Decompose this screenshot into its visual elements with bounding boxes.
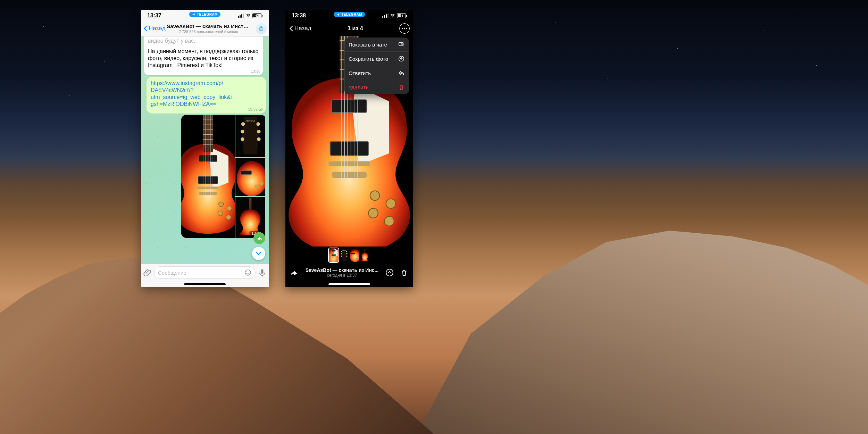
phone-screenshot-media-viewer: 13:38 TELEGRAM 44 Назад 1 из 4 xyxy=(285,10,413,287)
chat-background: видео будут у вас. На данный момент, я п… xyxy=(141,36,269,264)
svg-point-45 xyxy=(260,26,261,27)
menu-label: Удалить xyxy=(349,84,368,90)
instagram-link[interactable]: https://www.instagram.com/p/ DAEV4cWN2r7… xyxy=(151,80,232,107)
home-indicator xyxy=(141,281,269,287)
svg-rect-46 xyxy=(259,28,263,31)
thumb-4[interactable] xyxy=(360,248,370,262)
message-input[interactable]: Сообщение xyxy=(154,266,256,279)
footer-subtitle: сегодня в 13:37 xyxy=(306,273,379,278)
back-label: Назад xyxy=(294,25,311,32)
link-line: utm_source=ig_web_copy_link&i xyxy=(151,94,232,100)
attach-icon[interactable] xyxy=(143,268,152,277)
menu-reply[interactable]: Ответить xyxy=(344,66,409,80)
reply-icon xyxy=(398,69,405,76)
menu-show-in-chat[interactable]: Показать в чате xyxy=(344,37,409,52)
bot-message-partial[interactable]: видео будут у вас. На данный момент, я п… xyxy=(144,36,263,75)
download-icon xyxy=(398,55,405,62)
cellular-icon xyxy=(382,14,389,18)
forward-fab[interactable] xyxy=(253,232,265,244)
media-thumb-2[interactable] xyxy=(235,115,265,157)
input-placeholder: Сообщение xyxy=(158,270,186,276)
pill-label: TELEGRAM xyxy=(197,12,218,16)
ellipsis-icon xyxy=(402,28,407,29)
svg-point-48 xyxy=(261,29,262,30)
svg-point-47 xyxy=(260,29,261,30)
media-viewer[interactable]: Показать в чате Сохранить фото Ответить … xyxy=(285,36,413,264)
desktop-wallpaper: 13:37 TELEGRAM 44 Назад SaveAsBot — скач… xyxy=(0,0,868,434)
user-message-link[interactable]: https://www.instagram.com/p/ DAEV4cWN2r7… xyxy=(147,77,266,114)
scroll-to-bottom-button[interactable] xyxy=(252,247,265,260)
thumb-1[interactable] xyxy=(329,248,339,262)
more-button[interactable] xyxy=(399,23,410,34)
status-bar: 13:38 TELEGRAM 44 xyxy=(285,10,413,21)
chevron-left-icon xyxy=(143,25,148,32)
svg-point-50 xyxy=(402,28,403,29)
home-indicator xyxy=(285,281,413,287)
menu-label: Сохранить фото xyxy=(349,56,388,62)
cellular-icon xyxy=(238,14,244,18)
menu-label: Ответить xyxy=(349,70,371,76)
footer-title: SaveAsBot — скачать из Инс... xyxy=(306,267,379,273)
chat-title-block[interactable]: SaveAsBot — скачать из Инста... 2 728 82… xyxy=(161,23,256,34)
link-line: DAEV4cWN2r7/? xyxy=(151,87,194,93)
status-bar: 13:37 TELEGRAM 44 xyxy=(141,10,269,21)
footer-caption: SaveAsBot — скачать из Инс... сегодня в … xyxy=(306,267,379,278)
battery-pct: 44 xyxy=(255,14,259,17)
msg-timestamp: 13:36 xyxy=(251,69,260,74)
media-album[interactable]: 13:37 xyxy=(181,115,266,238)
thumb-3[interactable] xyxy=(350,248,359,262)
chat-subtitle: 2 728 828 пользователей в месяц xyxy=(161,30,256,34)
goto-chat-icon xyxy=(398,41,405,48)
bot-avatar[interactable] xyxy=(256,23,267,34)
robot-icon xyxy=(258,25,265,32)
scroll-to-message-button[interactable] xyxy=(385,268,394,277)
back-button[interactable]: Назад xyxy=(289,25,311,32)
guitar-angle-image xyxy=(235,158,265,196)
input-bar: Сообщение xyxy=(141,264,269,281)
sticker-icon[interactable] xyxy=(244,269,252,276)
thumbnail-strip xyxy=(285,247,413,264)
status-time: 13:38 xyxy=(292,12,306,19)
status-time: 13:37 xyxy=(147,12,161,19)
phone-screenshot-chat: 13:37 TELEGRAM 44 Назад SaveAsBot — скач… xyxy=(141,10,269,287)
status-right-icons: 44 xyxy=(238,13,262,18)
svg-point-51 xyxy=(404,28,405,29)
chevron-down-icon xyxy=(255,250,262,257)
pill-label: TELEGRAM xyxy=(341,12,362,16)
forward-icon xyxy=(256,235,262,241)
delete-button[interactable] xyxy=(400,268,408,277)
msg-body: На данный момент, я поддерживаю только ф… xyxy=(148,48,259,69)
battery-icon: 44 xyxy=(252,13,262,18)
plane-icon xyxy=(192,13,195,16)
media-thumb-3[interactable] xyxy=(235,158,265,196)
battery-pct: 44 xyxy=(400,14,403,17)
read-check-icon xyxy=(258,108,263,111)
chat-header: Назад SaveAsBot — скачать из Инста... 2 … xyxy=(141,21,269,36)
share-button[interactable] xyxy=(290,268,299,277)
chevron-left-icon xyxy=(289,25,294,32)
context-menu: Показать в чате Сохранить фото Ответить … xyxy=(344,37,409,94)
status-right-icons: 44 xyxy=(382,13,407,18)
guitar-head-image xyxy=(235,115,265,157)
thumb-2[interactable] xyxy=(339,248,349,262)
telegram-pill[interactable]: TELEGRAM xyxy=(334,12,365,17)
wifi-icon xyxy=(390,14,395,18)
viewer-footer: SaveAsBot — скачать из Инс... сегодня в … xyxy=(285,264,413,281)
menu-label: Показать в чате xyxy=(349,42,387,48)
landscape-rock-right xyxy=(417,148,868,434)
menu-save-photo[interactable]: Сохранить фото xyxy=(344,52,409,66)
media-counter: 1 из 4 xyxy=(348,25,363,32)
msg-cut-line: видео будут у вас. xyxy=(148,37,259,44)
menu-delete[interactable]: Удалить xyxy=(344,80,409,94)
svg-point-52 xyxy=(406,28,407,29)
mic-icon[interactable] xyxy=(258,268,267,277)
wifi-icon xyxy=(245,14,251,18)
msg-timestamp: 13:37 xyxy=(248,107,263,112)
media-thumb-1[interactable] xyxy=(181,115,235,238)
chat-scroll[interactable]: видео будут у вас. На данный момент, я п… xyxy=(141,36,269,264)
telegram-pill[interactable]: TELEGRAM xyxy=(189,12,220,17)
ts-text: 13:37 xyxy=(248,107,258,112)
link-line: gsh=MzRlODBiNWFlZA== xyxy=(151,101,216,107)
guitar-front-image xyxy=(181,115,235,238)
plane-icon xyxy=(336,13,340,16)
